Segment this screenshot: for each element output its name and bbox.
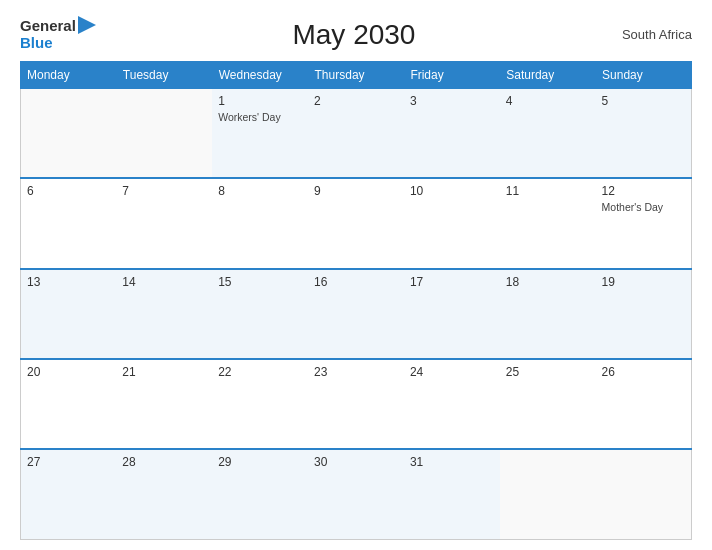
day-number: 9 — [314, 184, 398, 198]
table-row: 12Mother's Day — [596, 178, 692, 268]
table-row: 5 — [596, 88, 692, 178]
table-row: 31 — [404, 449, 500, 539]
day-number: 15 — [218, 275, 302, 289]
day-number: 5 — [602, 94, 685, 108]
day-event: Mother's Day — [602, 201, 664, 213]
logo-blue-text: Blue — [20, 35, 96, 52]
day-number: 21 — [122, 365, 206, 379]
day-number: 22 — [218, 365, 302, 379]
table-row: 28 — [116, 449, 212, 539]
table-row: 18 — [500, 269, 596, 359]
calendar-row: 2728293031 — [21, 449, 692, 539]
logo-flag-icon — [78, 16, 96, 34]
table-row: 4 — [500, 88, 596, 178]
day-number: 11 — [506, 184, 590, 198]
day-number: 30 — [314, 455, 398, 469]
table-row: 24 — [404, 359, 500, 449]
weekday-saturday: Saturday — [500, 62, 596, 88]
logo-general-text: General — [20, 18, 76, 35]
table-row: 8 — [212, 178, 308, 268]
table-row: 29 — [212, 449, 308, 539]
day-number: 12 — [602, 184, 685, 198]
day-number: 26 — [602, 365, 685, 379]
header: General Blue May 2030 South Africa — [20, 18, 692, 51]
day-number: 31 — [410, 455, 494, 469]
page: General Blue May 2030 South Africa Monda… — [0, 0, 712, 550]
day-number: 2 — [314, 94, 398, 108]
weekday-thursday: Thursday — [308, 62, 404, 88]
day-number: 13 — [27, 275, 110, 289]
table-row: 22 — [212, 359, 308, 449]
day-number: 19 — [602, 275, 685, 289]
table-row — [500, 449, 596, 539]
day-number: 17 — [410, 275, 494, 289]
table-row: 7 — [116, 178, 212, 268]
day-number: 25 — [506, 365, 590, 379]
calendar-row: 13141516171819 — [21, 269, 692, 359]
calendar-table: Monday Tuesday Wednesday Thursday Friday… — [20, 61, 692, 540]
table-row: 25 — [500, 359, 596, 449]
day-number: 18 — [506, 275, 590, 289]
table-row: 11 — [500, 178, 596, 268]
table-row: 26 — [596, 359, 692, 449]
country-label: South Africa — [612, 27, 692, 42]
weekday-wednesday: Wednesday — [212, 62, 308, 88]
table-row: 27 — [21, 449, 117, 539]
weekday-tuesday: Tuesday — [116, 62, 212, 88]
day-number: 27 — [27, 455, 110, 469]
table-row — [21, 88, 117, 178]
day-number: 28 — [122, 455, 206, 469]
weekday-sunday: Sunday — [596, 62, 692, 88]
day-number: 24 — [410, 365, 494, 379]
table-row: 14 — [116, 269, 212, 359]
table-row: 1Workers' Day — [212, 88, 308, 178]
table-row: 21 — [116, 359, 212, 449]
table-row: 2 — [308, 88, 404, 178]
table-row — [116, 88, 212, 178]
day-number: 16 — [314, 275, 398, 289]
table-row: 9 — [308, 178, 404, 268]
table-row: 15 — [212, 269, 308, 359]
day-number: 1 — [218, 94, 302, 108]
weekday-header-row: Monday Tuesday Wednesday Thursday Friday… — [21, 62, 692, 88]
calendar-row: 1Workers' Day2345 — [21, 88, 692, 178]
table-row: 3 — [404, 88, 500, 178]
weekday-friday: Friday — [404, 62, 500, 88]
day-number: 7 — [122, 184, 206, 198]
weekday-monday: Monday — [21, 62, 117, 88]
table-row: 19 — [596, 269, 692, 359]
svg-marker-0 — [78, 16, 96, 34]
table-row: 17 — [404, 269, 500, 359]
logo: General Blue — [20, 18, 96, 51]
table-row: 20 — [21, 359, 117, 449]
day-number: 14 — [122, 275, 206, 289]
table-row: 30 — [308, 449, 404, 539]
table-row: 23 — [308, 359, 404, 449]
table-row — [596, 449, 692, 539]
calendar-title: May 2030 — [96, 19, 612, 51]
day-event: Workers' Day — [218, 111, 281, 123]
table-row: 16 — [308, 269, 404, 359]
calendar-row: 6789101112Mother's Day — [21, 178, 692, 268]
day-number: 29 — [218, 455, 302, 469]
day-number: 10 — [410, 184, 494, 198]
table-row: 10 — [404, 178, 500, 268]
day-number: 4 — [506, 94, 590, 108]
calendar-row: 20212223242526 — [21, 359, 692, 449]
day-number: 8 — [218, 184, 302, 198]
day-number: 6 — [27, 184, 110, 198]
day-number: 3 — [410, 94, 494, 108]
table-row: 13 — [21, 269, 117, 359]
day-number: 23 — [314, 365, 398, 379]
day-number: 20 — [27, 365, 110, 379]
table-row: 6 — [21, 178, 117, 268]
